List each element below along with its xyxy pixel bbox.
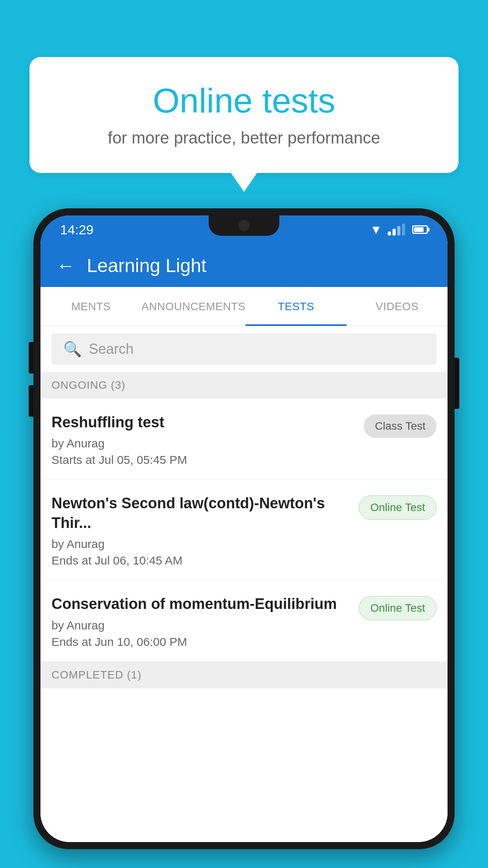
test-author-1: by Anurag	[51, 437, 356, 450]
wifi-icon: ▼	[370, 223, 382, 237]
test-item-2[interactable]: Newton's Second law(contd)-Newton's Thir…	[40, 480, 448, 580]
tab-tests[interactable]: TESTS	[246, 287, 347, 326]
bubble-subtitle: for more practice, better performance	[61, 129, 427, 147]
volume-up-button	[29, 342, 33, 373]
app-header: ← Learning Light	[40, 244, 448, 287]
test-time-1: Starts at Jul 05, 05:45 PM	[51, 453, 356, 467]
test-time-3: Ends at Jun 10, 06:00 PM	[51, 635, 351, 649]
test-info-3: Conservation of momentum-Equilibrium by …	[51, 594, 351, 648]
test-name-1: Reshuffling test	[51, 413, 356, 432]
test-item-3[interactable]: Conservation of momentum-Equilibrium by …	[40, 580, 448, 661]
test-badge-3: Online Test	[359, 596, 437, 620]
test-name-2: Newton's Second law(contd)-Newton's Thir…	[51, 494, 351, 533]
phone-notch	[209, 215, 279, 236]
test-author-3: by Anurag	[51, 619, 351, 632]
speech-bubble: Online tests for more practice, better p…	[29, 57, 459, 173]
status-icons: ▼	[370, 223, 428, 237]
tab-announcements[interactable]: ANNOUNCEMENTS	[141, 287, 246, 326]
test-item-1[interactable]: Reshuffling test by Anurag Starts at Jul…	[40, 399, 448, 480]
battery-icon	[412, 225, 428, 234]
test-list: Reshuffling test by Anurag Starts at Jul…	[40, 399, 448, 842]
phone-mockup: 14:29 ▼	[33, 208, 455, 868]
tab-ments[interactable]: MENTS	[40, 287, 141, 326]
ongoing-label: ONGOING (3)	[51, 379, 125, 391]
front-camera	[238, 220, 250, 231]
search-icon: 🔍	[63, 340, 82, 358]
test-info-1: Reshuffling test by Anurag Starts at Jul…	[51, 413, 356, 467]
test-info-2: Newton's Second law(contd)-Newton's Thir…	[51, 494, 351, 567]
back-button[interactable]: ←	[56, 255, 75, 276]
tab-bar: MENTS ANNOUNCEMENTS TESTS VIDEOS	[40, 287, 448, 326]
test-name-3: Conservation of momentum-Equilibrium	[51, 594, 351, 614]
search-container: 🔍 Search	[40, 326, 448, 372]
volume-down-button	[29, 385, 33, 417]
ongoing-section-header: ONGOING (3)	[40, 372, 448, 399]
search-bar[interactable]: 🔍 Search	[51, 333, 437, 365]
test-time-2: Ends at Jul 06, 10:45 AM	[51, 554, 351, 567]
status-time: 14:29	[60, 222, 94, 237]
speech-bubble-container: Online tests for more practice, better p…	[29, 57, 459, 173]
phone-frame: 14:29 ▼	[33, 208, 455, 849]
test-badge-1: Class Test	[364, 414, 437, 438]
search-placeholder: Search	[89, 341, 134, 357]
bubble-title: Online tests	[61, 81, 427, 121]
power-button	[455, 358, 459, 409]
phone-screen: 14:29 ▼	[40, 215, 448, 842]
completed-section-header: COMPLETED (1)	[40, 662, 448, 688]
tab-videos[interactable]: VIDEOS	[347, 287, 448, 326]
test-author-2: by Anurag	[51, 537, 351, 551]
test-badge-2: Online Test	[359, 495, 437, 520]
completed-label: COMPLETED (1)	[51, 669, 141, 681]
signal-icon	[388, 224, 405, 235]
app-title: Learning Light	[87, 255, 206, 276]
